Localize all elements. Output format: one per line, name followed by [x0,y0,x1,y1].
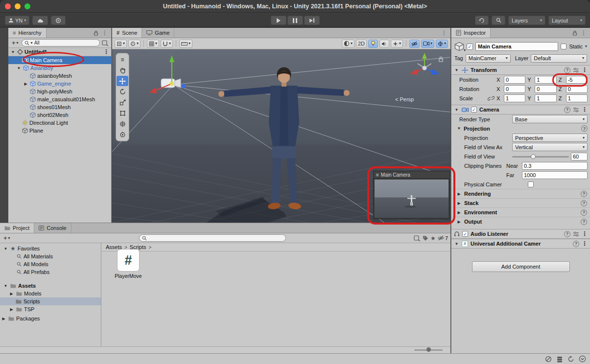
perspective-label[interactable]: < Persp [395,96,414,102]
audio-listener-checkbox[interactable]: ✓ [462,231,468,237]
overlay-menu-handle[interactable]: ≡ [117,54,128,65]
hierarchy-item-asianboy[interactable]: ▼ AsianBoy [8,64,111,72]
close-window-button[interactable] [5,3,11,9]
2d-toggle-button[interactable]: 2D [356,40,367,48]
pivot-button[interactable]: ▾ [128,40,141,48]
auto-generate-lighting-icon[interactable] [545,356,552,363]
help-icon[interactable]: ? [581,200,587,206]
physical-camera-checkbox[interactable] [528,182,534,187]
scale-tool[interactable] [117,97,128,108]
search-by-type-icon[interactable] [414,235,421,241]
position-y-field[interactable]: 1 [535,76,556,84]
additional-camera-header[interactable]: ▼ # Universal Additional Camer ? ⋮ [451,239,590,249]
static-flags-caret-icon[interactable]: ▾ [585,45,587,48]
rect-tool[interactable] [117,108,128,118]
hierarchy-search-input[interactable]: ▾ All [22,39,100,46]
folder-models[interactable]: ▶ Models [0,290,101,297]
tab-project[interactable]: Project [0,223,34,233]
tab-game[interactable]: Game [142,28,174,38]
move-tool[interactable] [117,76,128,86]
scale-z-field[interactable]: 1 [566,94,588,102]
rotation-y-field[interactable]: 0 [535,85,556,93]
thumbnail-zoom-knob[interactable] [426,347,431,352]
presets-icon[interactable] [573,68,579,73]
lock-icon[interactable] [94,30,98,36]
hierarchy-item-highpolymesh[interactable]: high-polyMesh [8,88,111,95]
gameobject-icon-button[interactable]: ▾ [454,42,464,51]
help-icon[interactable]: ? [581,191,587,197]
global-search-button[interactable] [492,16,505,25]
render-type-dropdown[interactable]: Base ▾ [512,115,588,123]
output-foldout[interactable]: ▶ Output ? [451,217,590,226]
lock-icon[interactable] [572,30,577,36]
scene-menu-icon[interactable]: ⋮ [441,30,447,36]
foldout-open-icon[interactable]: ▼ [3,284,8,288]
hierarchy-item-game-engine[interactable]: ▶ Game_engine [8,80,111,88]
snap-settings-button[interactable]: ▾ [161,40,173,48]
foldout-open-icon[interactable]: ▼ [454,242,459,246]
search-by-type-icon[interactable] [102,40,109,46]
scene-viewport[interactable]: ≡ [112,49,450,223]
near-field[interactable]: 0.3 [522,162,588,170]
foldout-open-icon[interactable]: ▼ [10,50,16,54]
audio-toggle-button[interactable] [379,40,389,48]
transform-component-header[interactable]: ▼ Transform ? ⋮ [451,65,590,75]
version-control-button[interactable] [51,16,66,25]
camera-enabled-checkbox[interactable]: ✓ [471,107,477,113]
lighting-toggle-button[interactable] [368,40,378,48]
active-checkbox[interactable]: ✓ [467,44,473,50]
foldout-open-icon[interactable]: ▼ [454,68,459,72]
fov-axis-dropdown[interactable]: Vertical ▾ [512,143,588,151]
hierarchy-menu-icon[interactable]: ⋮ [102,30,108,36]
fov-field[interactable]: 60 [571,153,588,160]
rotation-z-field[interactable]: 0 [566,85,588,93]
step-button[interactable] [304,16,320,25]
foldout-open-icon[interactable]: ▼ [454,108,459,112]
presets-icon[interactable] [573,107,579,113]
tab-hierarchy[interactable]: ≡ Hierarchy [8,28,47,38]
foldout-open-icon[interactable]: ▼ [456,126,462,131]
folder-scripts[interactable]: Scripts [0,297,101,305]
hidden-packages-toggle[interactable]: 7 [438,235,448,241]
camera-preview-overlay[interactable]: ≡ Main Camera [373,171,450,219]
scale-x-field[interactable]: 1 [504,94,525,102]
foldout-closed-icon[interactable]: ▶ [9,292,14,296]
scale-y-field[interactable]: 1 [535,94,556,102]
tab-scene[interactable]: # Scene [112,28,142,38]
help-icon[interactable]: ? [581,219,587,225]
component-menu-icon[interactable]: ⋮ [582,231,588,237]
stack-foldout[interactable]: ▶ Stack ? [451,198,590,207]
static-checkbox[interactable] [561,44,566,49]
foldout-closed-icon[interactable]: ▶ [9,307,14,312]
asset-playermove[interactable]: # PlayerMove [110,249,147,279]
grid-visibility-button[interactable]: ▾ [147,40,159,48]
gizmos-button[interactable]: ▾ [436,40,448,48]
assets-root[interactable]: ▼ Assets [0,282,101,290]
hierarchy-item-main-camera[interactable]: Main Camera [8,56,111,64]
fov-slider[interactable] [512,153,569,160]
projection-section-header[interactable]: ▼ Projection ? [451,124,590,133]
favorites-filter-icon[interactable]: ★ [430,235,436,242]
add-component-button[interactable]: Add Component [472,261,570,272]
favorite-all-models[interactable]: All Models [0,260,101,268]
undo-history-button[interactable] [475,16,489,25]
hierarchy-item-asianboymesh[interactable]: asianboyMesh [8,72,111,80]
preview-menu-icon[interactable]: ≡ [376,172,379,178]
help-icon[interactable]: ? [573,241,579,247]
gameobject-name-field[interactable]: Main Camera [475,42,558,51]
position-x-field[interactable]: 0 [504,76,525,84]
component-menu-icon[interactable]: ⋮ [582,107,588,113]
packages-root[interactable]: ▶ Packages [0,315,101,322]
refresh-icon[interactable] [567,356,574,363]
rotate-tool[interactable] [117,87,128,97]
layer-dropdown[interactable]: Default ▾ [531,54,587,63]
tab-console[interactable]: Console [34,223,71,233]
position-z-field[interactable]: -5 [566,76,588,84]
hierarchy-item-malecasualsuit[interactable]: male_casualsuit01Mesh [8,95,111,103]
foldout-open-icon[interactable]: ▼ [16,66,22,70]
tag-dropdown[interactable]: MainCamer ▾ [466,54,511,63]
label-icon[interactable] [423,235,428,241]
shading-mode-button[interactable]: ▾ [342,40,354,48]
rotation-x-field[interactable]: 0 [504,85,525,93]
minimize-window-button[interactable] [15,3,21,9]
